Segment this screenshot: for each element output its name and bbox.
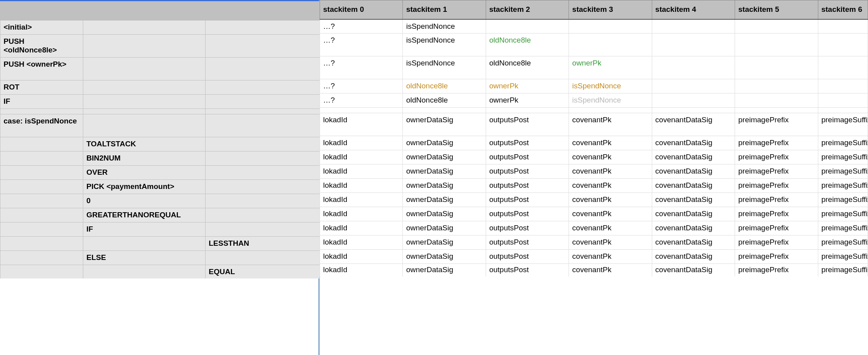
opcode-cell[interactable] [83,95,206,109]
stack-cell[interactable]: …? [320,34,403,56]
opcode-col-header-0[interactable] [0,2,83,21]
stack-cell[interactable] [818,93,868,108]
stack-cell[interactable]: preimageSuffix [818,221,868,235]
opcode-cell[interactable] [206,80,320,95]
stack-cell[interactable] [735,79,818,93]
opcode-cell[interactable] [206,180,320,194]
stack-col-header-6[interactable]: stackitem 6 [818,0,868,19]
stack-cell[interactable]: lokadId [320,235,403,250]
opcode-cell[interactable] [206,114,320,137]
stack-cell[interactable]: ownerDataSig [403,164,486,179]
stack-cell[interactable]: preimagePrefix [735,193,818,207]
stack-cell[interactable]: preimagePrefix [735,235,818,250]
stack-cell[interactable]: preimageSuffix [818,264,868,277]
stack-cell[interactable]: covenantDataSig [652,264,735,277]
stack-cell[interactable]: …? [320,93,403,108]
stack-cell[interactable]: ownerPk [486,79,569,93]
stack-cell[interactable]: covenantPk [569,250,652,264]
opcode-cell[interactable]: 0 [83,194,206,208]
opcode-cell[interactable] [0,180,83,194]
stack-cell[interactable]: ownerPk [486,93,569,108]
stack-cell[interactable]: preimageSuffix [818,136,868,150]
stack-cell[interactable]: isSpendNonce [569,79,652,93]
stack-cell[interactable]: covenantPk [569,150,652,164]
opcode-cell[interactable]: LESSTHAN [206,237,320,251]
stack-cell[interactable]: oldNonce8le [403,93,486,108]
stack-cell[interactable]: …? [320,79,403,93]
stack-cell[interactable]: oldNonce8le [486,56,569,79]
stack-cell[interactable] [818,19,868,34]
stack-cell[interactable]: preimagePrefix [735,207,818,221]
stack-cell[interactable]: lokadId [320,179,403,193]
stack-cell[interactable]: preimagePrefix [735,150,818,164]
stack-cell[interactable]: ownerDataSig [403,113,486,136]
stack-cell[interactable]: isSpendNonce [403,19,486,34]
opcode-cell[interactable]: BIN2NUM [83,151,206,166]
stack-cell[interactable]: covenantPk [569,136,652,150]
stack-col-header-0[interactable]: stackitem 0 [320,0,403,19]
stack-cell[interactable]: outputsPost [486,221,569,235]
stack-cell[interactable]: lokadId [320,113,403,136]
stack-cell[interactable] [652,34,735,56]
stack-cell[interactable]: ownerDataSig [403,136,486,150]
stack-cell[interactable]: outputsPost [486,113,569,136]
opcode-cell[interactable] [83,35,206,58]
stack-cell[interactable]: preimagePrefix [735,250,818,264]
stack-cell[interactable]: preimagePrefix [735,136,818,150]
stack-cell[interactable]: covenantDataSig [652,207,735,221]
opcode-cell[interactable]: EQUAL [206,265,320,279]
opcode-cell[interactable]: OVER [83,166,206,180]
stack-cell[interactable]: outputsPost [486,193,569,207]
stack-cell[interactable]: preimagePrefix [735,179,818,193]
stack-col-header-2[interactable]: stackitem 2 [486,0,569,19]
stack-cell[interactable]: …? [320,56,403,79]
stack-cell[interactable]: outputsPost [486,150,569,164]
stack-cell[interactable] [818,34,868,56]
stack-cell[interactable]: ownerDataSig [403,221,486,235]
stack-col-header-4[interactable]: stackitem 4 [652,0,735,19]
stack-cell[interactable]: preimageSuffix [818,235,868,250]
stack-cell[interactable]: ownerDataSig [403,193,486,207]
opcode-cell[interactable] [0,237,83,251]
stack-cell[interactable]: covenantDataSig [652,179,735,193]
stack-cell[interactable]: lokadId [320,150,403,164]
opcode-cell[interactable] [206,194,320,208]
opcode-table[interactable]: <initial>PUSH <oldNonce8le>PUSH <ownerPk… [0,1,320,278]
stack-cell[interactable]: covenantPk [569,193,652,207]
stack-cell[interactable]: preimageSuffix [818,164,868,179]
stack-cell[interactable]: preimageSuffix [818,250,868,264]
opcode-cell[interactable] [206,251,320,265]
opcode-cell[interactable]: PUSH <ownerPk> [0,58,83,80]
opcode-cell[interactable] [0,265,83,279]
stack-cell[interactable]: outputsPost [486,136,569,150]
opcode-cell[interactable] [206,137,320,151]
stack-cell[interactable]: lokadId [320,193,403,207]
opcode-cell[interactable]: IF [0,95,83,109]
opcode-cell[interactable] [0,194,83,208]
stack-cell[interactable]: ownerPk [569,56,652,79]
stack-cell[interactable]: covenantPk [569,221,652,235]
stack-cell[interactable]: covenantDataSig [652,193,735,207]
stack-cell[interactable]: preimagePrefix [735,164,818,179]
stack-cell[interactable]: covenantPk [569,264,652,277]
stack-cell[interactable]: covenantDataSig [652,250,735,264]
stack-cell[interactable]: preimageSuffix [818,193,868,207]
stack-cell[interactable]: lokadId [320,221,403,235]
opcode-cell[interactable] [83,80,206,95]
stack-cell[interactable] [735,93,818,108]
stack-cell[interactable]: preimagePrefix [735,264,818,277]
opcode-cell[interactable] [83,237,206,251]
stack-cell[interactable] [735,34,818,56]
stack-cell[interactable]: isSpendNonce [569,93,652,108]
stack-cell[interactable]: preimageSuffix [818,150,868,164]
stack-cell[interactable]: ownerDataSig [403,150,486,164]
stack-cell[interactable] [818,56,868,79]
stack-cell[interactable]: ownerDataSig [403,235,486,250]
stack-cell[interactable] [652,19,735,34]
opcode-cell[interactable]: ELSE [83,251,206,265]
stack-cell[interactable]: lokadId [320,264,403,277]
opcode-cell[interactable] [206,151,320,166]
stack-cell[interactable]: lokadId [320,250,403,264]
opcode-cell[interactable] [206,95,320,109]
stack-cell[interactable]: preimagePrefix [735,221,818,235]
